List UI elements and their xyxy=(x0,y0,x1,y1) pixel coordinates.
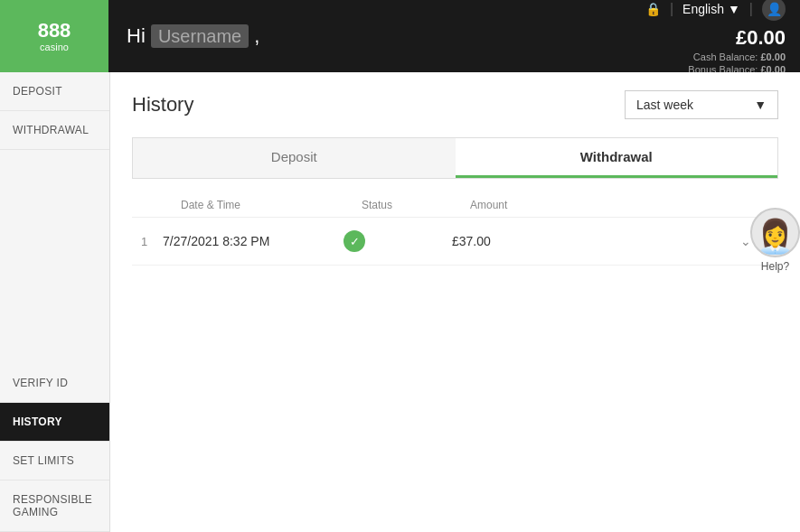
lang-chevron-icon: ▼ xyxy=(728,2,740,16)
main-content: History Last week ▼ Deposit Withdrawal D… xyxy=(110,72,800,532)
sidebar-item-responsible-gaming[interactable]: RESPONSIBLE GAMING xyxy=(0,481,109,532)
sidebar-item-verify-id[interactable]: VERIFY ID xyxy=(0,364,109,403)
sidebar-item-withdrawal[interactable]: WITHDRAWAL xyxy=(0,111,109,150)
sidebar-item-deposit[interactable]: DEPOSIT xyxy=(0,72,109,111)
col-header-status: Status xyxy=(362,199,470,211)
user-icon: 👤 xyxy=(767,2,782,16)
sidebar-item-history[interactable]: HISTORY xyxy=(0,403,109,442)
row-expand-button[interactable]: ⌄ xyxy=(729,234,751,248)
tab-deposit[interactable]: Deposit xyxy=(133,138,456,178)
help-widget[interactable]: 👩‍💼 Help? xyxy=(750,208,800,273)
user-menu-button[interactable]: 👤 xyxy=(762,0,786,21)
language-label: English xyxy=(682,2,724,16)
row-amount: £37.00 xyxy=(452,234,729,248)
greeting-text: Hi Username , xyxy=(127,24,645,48)
username-display: Username xyxy=(151,24,249,48)
sidebar: DEPOSIT WITHDRAWAL VERIFY ID HISTORY SET… xyxy=(0,72,110,532)
help-avatar-icon: 👩‍💼 xyxy=(755,218,795,256)
layout: DEPOSIT WITHDRAWAL VERIFY ID HISTORY SET… xyxy=(0,72,800,532)
table-header: Date & Time Status Amount xyxy=(132,193,778,218)
page-title: History xyxy=(132,93,193,117)
header-right: 🔒 | English ▼ | 👤 £0.00 Cash Balance: £0… xyxy=(645,0,786,75)
filter-value: Last week xyxy=(636,98,693,112)
total-balance: £0.00 xyxy=(736,26,786,50)
row-date: 7/27/2021 8:32 PM xyxy=(163,234,344,248)
col-header-amount: Amount xyxy=(470,199,751,211)
tab-withdrawal[interactable]: Withdrawal xyxy=(456,138,778,178)
filter-dropdown[interactable]: Last week ▼ xyxy=(625,90,778,119)
status-success-icon: ✓ xyxy=(344,230,365,252)
help-avatar: 👩‍💼 xyxy=(750,208,800,257)
lock-icon: 🔒 xyxy=(645,2,661,16)
header-controls: 🔒 | English ▼ | 👤 xyxy=(645,0,786,21)
col-header-date: Date & Time xyxy=(181,199,362,211)
filter-chevron-icon: ▼ xyxy=(754,98,767,112)
logo[interactable]: 888 casino xyxy=(0,0,108,72)
sidebar-item-set-limits[interactable]: SET LIMITS xyxy=(0,442,109,481)
history-tabs: Deposit Withdrawal xyxy=(132,137,778,179)
table-row: 1 7/27/2021 8:32 PM ✓ £37.00 ⌄ xyxy=(132,218,778,266)
help-label: Help? xyxy=(761,260,789,273)
row-number: 1 xyxy=(141,235,163,248)
header: 888 casino Hi Username , 🔒 | English ▼ |… xyxy=(0,0,800,72)
cash-balance: Cash Balance: £0.00 xyxy=(693,51,786,62)
logo-sub: casino xyxy=(38,42,71,52)
row-status: ✓ xyxy=(344,230,452,252)
language-selector[interactable]: English ▼ xyxy=(682,2,740,16)
logo-text: 888 xyxy=(38,20,71,42)
main-header: History Last week ▼ xyxy=(132,90,778,119)
